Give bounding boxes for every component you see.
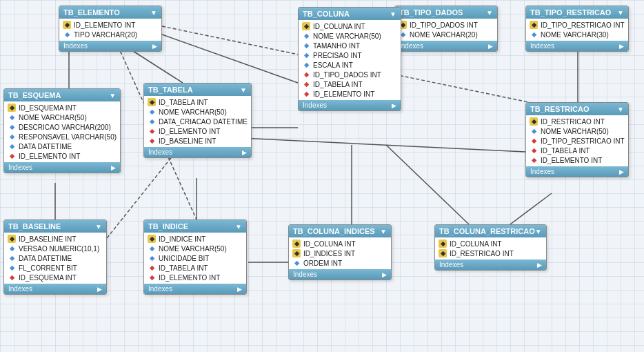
- table-header[interactable]: TB_COLUNA ▼: [299, 8, 401, 20]
- footer-arrow: ▶: [537, 262, 542, 268]
- table-tb_esquema: TB_ESQUEMA ▼ ◆ ID_ESQUEMA INT ◆ NOME VAR…: [3, 88, 121, 173]
- field-name: NOME VARCHAR(30): [541, 31, 609, 39]
- table-header[interactable]: TB_INDICE ▼: [144, 220, 246, 233]
- field-name: ID_TIPO_RESTRICAO INT: [541, 21, 625, 29]
- table-body: ◆ ID_ELEMENTO INT ◆ TIPO VARCHAR(20): [59, 19, 161, 41]
- header-arrow: ▼: [240, 86, 247, 94]
- field-name: DATA_CRIACAO DATETIME: [159, 118, 248, 126]
- table-footer[interactable]: Indexes ▶: [289, 269, 391, 280]
- header-arrow: ▼: [617, 9, 624, 17]
- field-row: ◆ ID_TIPO_RESTRICAO INT: [526, 20, 628, 30]
- key-icon: ◆: [148, 98, 156, 106]
- table-footer[interactable]: Indexes ▶: [4, 162, 120, 173]
- table-tb_tabela: TB_TABELA ▼ ◆ ID_TABELA INT ◆ NOME VARCH…: [143, 83, 252, 158]
- field-row: ◆ NOME VARCHAR(50): [4, 113, 120, 122]
- field-name: PRECISAO INT: [313, 52, 362, 59]
- field-name: DATA DATETIME: [19, 143, 72, 150]
- field-row: ◆ FL_CORRENT BIT: [4, 263, 106, 273]
- table-tb_coluna_restricao: TB_COLUNA_RESTRICAO ▼ ◆ ID_COLUNA INT ◆ …: [434, 224, 547, 271]
- field-name: NOME VARCHAR(50): [313, 32, 381, 40]
- table-footer[interactable]: Indexes ▶: [435, 260, 546, 270]
- field-name: NOME VARCHAR(20): [410, 31, 478, 39]
- table-footer[interactable]: Indexes ▶: [526, 41, 628, 51]
- field-name: TIPO VARCHAR(20): [74, 31, 137, 39]
- table-header[interactable]: TB_TABELA ▼: [144, 84, 251, 96]
- table-body: ◆ ID_INDICE INT ◆ NOME VARCHAR(50) ◆ UNI…: [144, 233, 246, 284]
- fk-icon: ◆: [302, 80, 310, 88]
- field-row: ◆ TIPO VARCHAR(20): [59, 30, 161, 39]
- fk-icon: ◆: [302, 70, 310, 79]
- table-title: TB_ELEMENTO: [63, 8, 120, 17]
- field-icon: ◆: [530, 127, 538, 135]
- table-footer[interactable]: Indexes ▶: [395, 41, 497, 51]
- field-name: ID_ESQUEMA INT: [19, 104, 77, 112]
- table-footer[interactable]: Indexes ▶: [526, 166, 628, 177]
- table-header[interactable]: TB_ELEMENTO ▼: [59, 6, 161, 19]
- field-row: ◆ ID_TIPO_DADOS INT: [299, 70, 401, 79]
- field-row: ◆ ESCALA INT: [299, 60, 401, 70]
- field-icon: ◆: [8, 123, 16, 131]
- key-icon: ◆: [439, 249, 447, 257]
- field-row: ◆ ID_ELEMENTO INT: [144, 126, 251, 136]
- indexes-label: Indexes: [530, 42, 554, 50]
- key-icon: ◆: [8, 104, 16, 112]
- field-row: ◆ ID_TIPO_DADOS INT: [395, 20, 497, 30]
- field-icon: ◆: [148, 244, 156, 253]
- field-row: ◆ ID_ELEMENTO INT: [4, 151, 120, 161]
- field-icon: ◆: [8, 254, 16, 262]
- key-icon: ◆: [530, 117, 538, 126]
- field-row: ◆ ID_ELEMENTO INT: [299, 89, 401, 99]
- field-row: ◆ ID_BASELINE INT: [144, 136, 251, 146]
- field-icon: ◆: [302, 51, 310, 59]
- table-header[interactable]: TB_ESQUEMA ▼: [4, 89, 120, 101]
- field-row: ◆ ID_BASELINE INT: [4, 234, 106, 244]
- field-row: ◆ ID_RESTRICAO INT: [435, 248, 546, 258]
- table-footer[interactable]: Indexes ▶: [4, 284, 106, 294]
- fk-icon: ◆: [530, 137, 538, 145]
- field-name: ID_TIPO_RESTRICAO INT: [541, 137, 625, 145]
- field-row: ◆ ID_ELEMENTO INT: [59, 20, 161, 30]
- field-icon: ◆: [63, 30, 71, 39]
- field-name: ID_ELEMENTO INT: [19, 153, 80, 160]
- header-arrow: ▼: [535, 228, 542, 235]
- field-row: ◆ ID_TABELA INT: [144, 263, 246, 273]
- table-footer[interactable]: Indexes ▶: [59, 41, 161, 51]
- table-body: ◆ ID_COLUNA INT ◆ NOME VARCHAR(50) ◆ TAM…: [299, 20, 401, 100]
- table-header[interactable]: TB_COLUNA_INDICES ▼: [289, 225, 391, 237]
- field-icon: ◆: [292, 259, 301, 267]
- table-title: TB_TABELA: [148, 86, 193, 94]
- footer-arrow: ▶: [97, 286, 102, 293]
- table-tb_restricao: TB_RESTRICAO ▼ ◆ ID_RESTRICAO INT ◆ NOME…: [525, 102, 629, 177]
- table-footer[interactable]: Indexes ▶: [299, 100, 401, 110]
- table-footer[interactable]: Indexes ▶: [144, 284, 246, 294]
- field-row: ◆ NOME VARCHAR(50): [526, 126, 628, 136]
- table-footer[interactable]: Indexes ▶: [144, 147, 251, 157]
- key-icon: ◆: [63, 21, 71, 29]
- field-row: ◆ NOME VARCHAR(50): [144, 107, 251, 117]
- field-name: TAMANHO INT: [313, 42, 360, 50]
- field-name: ID_RESTRICAO INT: [450, 250, 514, 257]
- table-title: TB_ESQUEMA: [8, 91, 61, 99]
- field-row: ◆ ID_TABELA INT: [299, 79, 401, 89]
- svg-line-6: [241, 138, 525, 152]
- table-title: TB_COLUNA_RESTRICAO: [439, 227, 535, 235]
- indexes-label: Indexes: [439, 261, 463, 268]
- fk-icon: ◆: [302, 90, 310, 98]
- fk-icon: ◆: [530, 146, 538, 155]
- field-row: ◆ ID_COLUNA INT: [289, 239, 391, 248]
- fk-icon: ◆: [148, 264, 156, 272]
- field-name: ID_TABELA INT: [159, 99, 208, 106]
- table-tb_coluna: TB_COLUNA ▼ ◆ ID_COLUNA INT ◆ NOME VARCH…: [298, 7, 401, 111]
- table-header[interactable]: TB_BASELINE ▼: [4, 220, 106, 233]
- table-header[interactable]: TB_TIPO_DADOS ▼: [395, 6, 497, 19]
- table-title: TB_COLUNA_INDICES: [293, 227, 375, 235]
- fk-icon: ◆: [148, 273, 156, 282]
- field-name: ID_BASELINE INT: [19, 235, 76, 243]
- table-header[interactable]: TB_TIPO_RESTRICAO ▼: [526, 6, 628, 19]
- table-header[interactable]: TB_RESTRICAO ▼: [526, 103, 628, 115]
- field-name: ID_ELEMENTO INT: [159, 128, 220, 135]
- table-header[interactable]: TB_COLUNA_RESTRICAO ▼: [435, 225, 546, 237]
- table-title: TB_TIPO_RESTRICAO: [530, 8, 611, 17]
- table-body: ◆ ID_TABELA INT ◆ NOME VARCHAR(50) ◆ DAT…: [144, 96, 251, 147]
- table-tb_indice: TB_INDICE ▼ ◆ ID_INDICE INT ◆ NOME VARCH…: [143, 219, 247, 295]
